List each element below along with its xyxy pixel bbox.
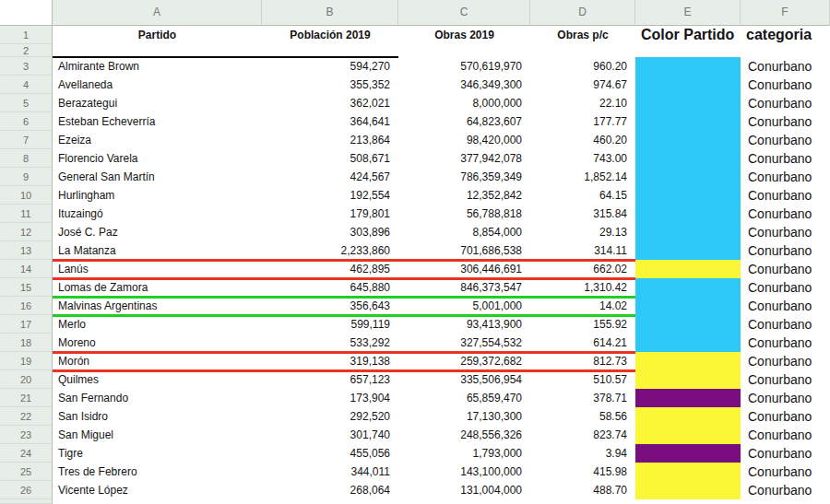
cell-color-partido[interactable] (635, 131, 741, 149)
cell-obras[interactable]: 17,130,300 (398, 407, 530, 426)
row-number[interactable]: 22 (0, 407, 53, 426)
cell-color-partido[interactable] (635, 149, 741, 168)
cell-partido[interactable]: Avellaneda (53, 76, 262, 94)
column-header-c[interactable]: C (398, 0, 530, 26)
row-number[interactable]: 4 (0, 76, 53, 94)
cell-partido[interactable]: San Isidro (53, 407, 262, 426)
empty-cell[interactable] (398, 44, 530, 57)
cell-categoria[interactable]: Conurbano (741, 426, 830, 444)
cell-partido[interactable]: San Fernando (53, 389, 262, 407)
cell-color-partido[interactable] (635, 94, 741, 112)
cell-obras[interactable]: 1,793,000 (398, 444, 530, 463)
cell-obras-pc[interactable]: 974.67 (530, 76, 635, 94)
cell-color-partido[interactable] (635, 334, 741, 352)
cell-partido[interactable]: José C. Paz (53, 223, 262, 241)
column-header-e[interactable]: E (635, 0, 741, 26)
cell-obras[interactable]: 846,373,547 (398, 278, 530, 297)
cell-categoria[interactable]: Conurbano (741, 297, 830, 315)
cell-partido[interactable]: Morón (53, 352, 262, 370)
cell-obras[interactable]: 93,413,900 (398, 315, 530, 334)
header-cell-categoria[interactable]: categoria (741, 26, 830, 44)
cell-obras-pc[interactable]: 488.70 (530, 481, 635, 499)
cell-color-partido[interactable] (635, 407, 741, 426)
cell-poblacion[interactable]: 319,138 (262, 352, 398, 370)
cell-poblacion[interactable]: 594,270 (262, 57, 398, 76)
header-cell-obras[interactable]: Obras 2019 (398, 26, 530, 44)
cell-obras-pc[interactable]: 1,310.42 (530, 278, 635, 297)
cell-color-partido[interactable] (635, 112, 741, 131)
row-number[interactable] (0, 499, 53, 504)
cell-categoria[interactable]: Conurbano (741, 94, 830, 112)
row-number[interactable]: 9 (0, 168, 53, 186)
cell-color-partido[interactable] (635, 297, 741, 315)
cell-partido[interactable]: San Miguel (53, 426, 262, 444)
cell-categoria[interactable]: Conurbano (741, 444, 830, 463)
cell-obras[interactable]: 346,349,300 (398, 76, 530, 94)
cell-color-partido[interactable] (635, 315, 741, 334)
cell-categoria[interactable]: Conurbano (741, 223, 830, 241)
cell-partido[interactable]: General San Martín (53, 168, 262, 186)
cell-color-partido[interactable] (635, 241, 741, 260)
cell-partido[interactable]: Moreno (53, 334, 262, 352)
cell-obras[interactable]: 56,788,818 (398, 205, 530, 223)
cell-poblacion[interactable]: 462,895 (262, 260, 398, 278)
cell-color-partido[interactable] (635, 186, 741, 205)
empty-cell[interactable] (262, 44, 398, 57)
row-number[interactable]: 23 (0, 426, 53, 444)
cell-color-partido[interactable] (635, 389, 741, 407)
cell-poblacion[interactable]: 356,643 (262, 297, 398, 315)
cell-categoria[interactable]: Conurbano (741, 57, 830, 76)
cell-obras[interactable]: 12,352,842 (398, 186, 530, 205)
cell-obras[interactable]: 570,619,970 (398, 57, 530, 76)
cell-partido[interactable]: Florencio Varela (53, 149, 262, 168)
row-number[interactable]: 19 (0, 352, 53, 370)
cell-categoria[interactable]: Conurbano (741, 389, 830, 407)
row-number[interactable]: 18 (0, 334, 53, 352)
cell-obras-pc[interactable]: 1,852.14 (530, 168, 635, 186)
cell-obras[interactable]: 98,420,000 (398, 131, 530, 149)
cell-obras-pc[interactable]: 662.02 (530, 260, 635, 278)
cell-color-partido[interactable] (635, 205, 741, 223)
cell-poblacion[interactable]: 355,352 (262, 76, 398, 94)
cell-obras-pc[interactable]: 64.15 (530, 186, 635, 205)
cell-partido[interactable]: Tigre (53, 444, 262, 463)
cell-partido[interactable]: Ituzaingó (53, 205, 262, 223)
cell-obras-pc[interactable]: 378.71 (530, 389, 635, 407)
cell-categoria[interactable]: Conurbano (741, 112, 830, 131)
cell-partido[interactable]: Ezeiza (53, 131, 262, 149)
cell-obras[interactable]: 327,554,532 (398, 334, 530, 352)
cell-poblacion[interactable]: 213,864 (262, 131, 398, 149)
row-number[interactable]: 13 (0, 241, 53, 260)
cell-obras[interactable]: 143,100,000 (398, 463, 530, 481)
header-cell-color[interactable]: Color Partido (635, 26, 741, 44)
cell-partido[interactable]: Quilmes (53, 370, 262, 389)
cell-obras[interactable]: 335,506,954 (398, 370, 530, 389)
cell-obras-pc[interactable]: 460.20 (530, 131, 635, 149)
header-cell-partido[interactable]: Partido (53, 26, 262, 44)
row-number[interactable]: 5 (0, 94, 53, 112)
cell-obras[interactable]: 131,004,000 (398, 481, 530, 499)
cell-color-partido[interactable] (635, 223, 741, 241)
row-number[interactable]: 12 (0, 223, 53, 241)
cell-obras[interactable]: 5,001,000 (398, 297, 530, 315)
cell-obras[interactable]: 248,556,326 (398, 426, 530, 444)
cell-poblacion[interactable]: 303,896 (262, 223, 398, 241)
cell-obras-pc[interactable]: 823.74 (530, 426, 635, 444)
cell-obras-pc[interactable]: 743.00 (530, 149, 635, 168)
select-all-corner[interactable] (0, 0, 53, 26)
cell-poblacion[interactable]: 455,056 (262, 444, 398, 463)
cell-color-partido[interactable] (635, 57, 741, 76)
cell-categoria[interactable]: Conurbano (741, 352, 830, 370)
column-header-d[interactable]: D (530, 0, 635, 26)
cell-poblacion[interactable]: 2,233,860 (262, 241, 398, 260)
column-header-f[interactable]: F (741, 0, 830, 26)
cell-categoria[interactable]: Conurbano (741, 131, 830, 149)
row-number[interactable]: 21 (0, 389, 53, 407)
cell-obras-pc[interactable]: 960.20 (530, 57, 635, 76)
row-number[interactable]: 16 (0, 297, 53, 315)
row-number[interactable]: 24 (0, 444, 53, 463)
cell-partido[interactable]: Berazategui (53, 94, 262, 112)
row-number[interactable]: 11 (0, 205, 53, 223)
cell-poblacion[interactable]: 533,292 (262, 334, 398, 352)
cell-partido[interactable]: Lomas de Zamora (53, 278, 262, 297)
